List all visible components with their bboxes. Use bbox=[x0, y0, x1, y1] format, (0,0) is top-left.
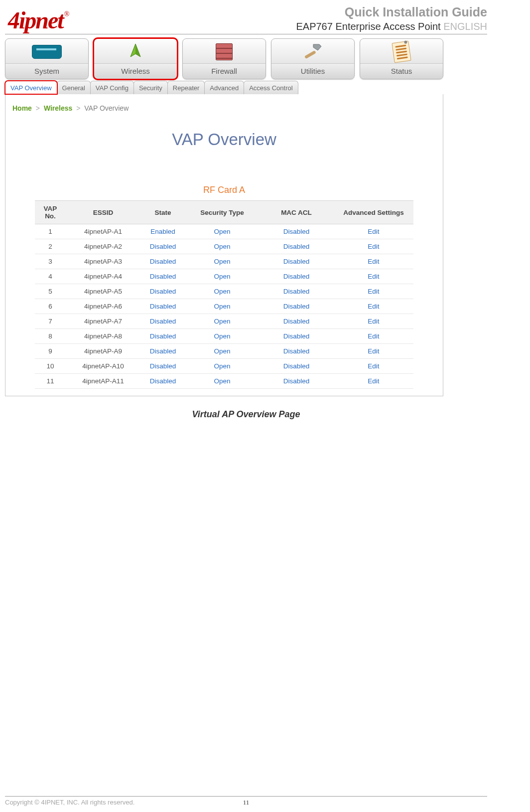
tab-system[interactable]: System bbox=[5, 38, 89, 79]
cell-vap-no: 8 bbox=[35, 329, 66, 344]
mac-acl-link[interactable]: Disabled bbox=[283, 347, 310, 355]
cell-advanced: Edit bbox=[334, 359, 413, 374]
security-link[interactable]: Open bbox=[214, 273, 230, 280]
security-link[interactable]: Open bbox=[214, 377, 230, 385]
cell-essid: 4ipnetAP-A10 bbox=[66, 359, 140, 374]
edit-link[interactable]: Edit bbox=[368, 228, 379, 235]
pane-title: VAP Overview bbox=[12, 130, 436, 149]
cell-advanced: Edit bbox=[334, 269, 413, 284]
state-link[interactable]: Disabled bbox=[150, 273, 176, 280]
edit-link[interactable]: Edit bbox=[368, 362, 379, 370]
cell-mac-acl: Disabled bbox=[259, 299, 334, 314]
security-link[interactable]: Open bbox=[214, 318, 230, 325]
mac-acl-link[interactable]: Disabled bbox=[283, 377, 310, 385]
cell-security: Open bbox=[185, 314, 259, 329]
col-advanced: Advanced Settings bbox=[334, 201, 413, 224]
mac-acl-link[interactable]: Disabled bbox=[283, 258, 310, 265]
brand-name: 4ipnet bbox=[8, 7, 63, 33]
state-link[interactable]: Disabled bbox=[150, 243, 176, 250]
mac-acl-link[interactable]: Disabled bbox=[283, 362, 310, 370]
page-footer: Copyright © 4IPNET, INC. All rights rese… bbox=[5, 796, 487, 806]
mac-acl-link[interactable]: Disabled bbox=[283, 303, 310, 310]
state-link[interactable]: Disabled bbox=[150, 347, 176, 355]
tab-system-label: System bbox=[5, 63, 88, 78]
security-link[interactable]: Open bbox=[214, 228, 230, 235]
table-row: 104ipnetAP-A10DisabledOpenDisabledEdit bbox=[35, 359, 413, 374]
subtab-vap-overview[interactable]: VAP Overview bbox=[5, 81, 57, 94]
security-link[interactable]: Open bbox=[214, 303, 230, 310]
tab-utilities[interactable]: Utilities bbox=[271, 38, 355, 79]
product-name: EAP767 Enterprise Access Point bbox=[296, 21, 440, 32]
state-link[interactable]: Enabled bbox=[150, 228, 175, 235]
security-link[interactable]: Open bbox=[214, 332, 230, 340]
subtab-general[interactable]: General bbox=[57, 81, 91, 94]
security-link[interactable]: Open bbox=[214, 288, 230, 295]
subtab-vap-config[interactable]: VAP Config bbox=[90, 81, 134, 94]
cell-vap-no: 5 bbox=[35, 284, 66, 299]
cell-security: Open bbox=[185, 254, 259, 269]
subtab-repeater[interactable]: Repeater bbox=[167, 81, 205, 94]
mac-acl-link[interactable]: Disabled bbox=[283, 228, 310, 235]
security-link[interactable]: Open bbox=[214, 347, 230, 355]
state-link[interactable]: Disabled bbox=[150, 362, 176, 370]
edit-link[interactable]: Edit bbox=[368, 288, 379, 295]
cell-essid: 4ipnetAP-A9 bbox=[66, 344, 140, 359]
mac-acl-link[interactable]: Disabled bbox=[283, 243, 310, 250]
mac-acl-link[interactable]: Disabled bbox=[283, 318, 310, 325]
breadcrumb-section[interactable]: Wireless bbox=[44, 104, 72, 112]
edit-link[interactable]: Edit bbox=[368, 347, 379, 355]
subtab-security[interactable]: Security bbox=[133, 81, 168, 94]
cell-essid: 4ipnetAP-A8 bbox=[66, 329, 140, 344]
cell-security: Open bbox=[185, 224, 259, 239]
breadcrumb-current: VAP Overview bbox=[84, 104, 129, 112]
tab-wireless[interactable]: Wireless bbox=[94, 38, 177, 79]
edit-link[interactable]: Edit bbox=[368, 258, 379, 265]
cell-vap-no: 3 bbox=[35, 254, 66, 269]
brand-reg: ® bbox=[64, 10, 69, 18]
cell-vap-no: 2 bbox=[35, 239, 66, 254]
state-link[interactable]: Disabled bbox=[150, 303, 176, 310]
state-link[interactable]: Disabled bbox=[150, 377, 176, 385]
cell-security: Open bbox=[185, 329, 259, 344]
edit-link[interactable]: Edit bbox=[368, 332, 379, 340]
edit-link[interactable]: Edit bbox=[368, 273, 379, 280]
security-link[interactable]: Open bbox=[214, 362, 230, 370]
col-security: Security Type bbox=[185, 201, 259, 224]
cell-essid: 4ipnetAP-A4 bbox=[66, 269, 140, 284]
breadcrumb-home[interactable]: Home bbox=[12, 104, 32, 112]
state-link[interactable]: Disabled bbox=[150, 332, 176, 340]
cell-mac-acl: Disabled bbox=[259, 224, 334, 239]
cell-essid: 4ipnetAP-A7 bbox=[66, 314, 140, 329]
subtab-advanced[interactable]: Advanced bbox=[204, 81, 244, 94]
edit-link[interactable]: Edit bbox=[368, 318, 379, 325]
table-row: 14ipnetAP-A1EnabledOpenDisabledEdit bbox=[35, 224, 413, 239]
cell-vap-no: 6 bbox=[35, 299, 66, 314]
tab-firewall[interactable]: Firewall bbox=[182, 38, 266, 79]
cell-security: Open bbox=[185, 239, 259, 254]
status-icon bbox=[392, 41, 411, 63]
cell-advanced: Edit bbox=[334, 239, 413, 254]
cell-state: Disabled bbox=[140, 314, 185, 329]
security-link[interactable]: Open bbox=[214, 258, 230, 265]
edit-link[interactable]: Edit bbox=[368, 243, 379, 250]
mac-acl-link[interactable]: Disabled bbox=[283, 288, 310, 295]
cell-mac-acl: Disabled bbox=[259, 314, 334, 329]
cell-mac-acl: Disabled bbox=[259, 344, 334, 359]
state-link[interactable]: Disabled bbox=[150, 258, 176, 265]
cell-advanced: Edit bbox=[334, 254, 413, 269]
state-link[interactable]: Disabled bbox=[150, 288, 176, 295]
mac-acl-link[interactable]: Disabled bbox=[283, 332, 310, 340]
table-row: 64ipnetAP-A6DisabledOpenDisabledEdit bbox=[35, 299, 413, 314]
subtab-access-control[interactable]: Access Control bbox=[244, 81, 298, 94]
cell-essid: 4ipnetAP-A6 bbox=[66, 299, 140, 314]
cell-mac-acl: Disabled bbox=[259, 239, 334, 254]
table-row: 84ipnetAP-A8DisabledOpenDisabledEdit bbox=[35, 329, 413, 344]
cell-vap-no: 11 bbox=[35, 374, 66, 389]
tab-status[interactable]: Status bbox=[360, 38, 443, 79]
state-link[interactable]: Disabled bbox=[150, 318, 176, 325]
edit-link[interactable]: Edit bbox=[368, 303, 379, 310]
security-link[interactable]: Open bbox=[214, 243, 230, 250]
copyright: Copyright © 4IPNET, INC. All rights rese… bbox=[5, 799, 134, 806]
mac-acl-link[interactable]: Disabled bbox=[283, 273, 310, 280]
edit-link[interactable]: Edit bbox=[368, 377, 379, 385]
